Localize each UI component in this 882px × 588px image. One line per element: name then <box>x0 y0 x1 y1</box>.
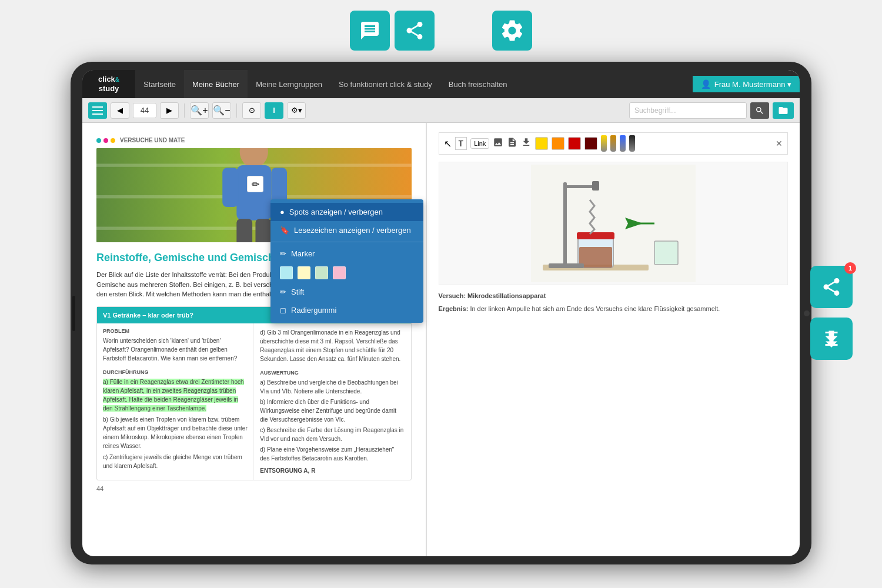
dropdown-lesezeichen[interactable]: 🔖 Lesezeichen anzeigen / verbergen <box>270 221 423 239</box>
chapter-dot-1 <box>96 138 101 143</box>
prev-page-btn[interactable]: ◀ <box>111 102 129 119</box>
link-tool-btn[interactable]: Link <box>470 138 489 149</box>
zoom-out-btn[interactable]: 🔍− <box>212 102 231 119</box>
svg-rect-16 <box>549 263 584 268</box>
dropdown-spots[interactable]: ● Spots anzeigen / verbergen <box>270 203 423 221</box>
radiergummi-label: Radiergummi <box>291 306 336 315</box>
app-logo[interactable]: click& study <box>82 70 135 98</box>
chapter-label: VERSUCHE UND MATE <box>120 137 185 143</box>
pencil-dark-red[interactable] <box>584 137 597 150</box>
result-title: Ergebnis: <box>439 305 469 312</box>
svg-rect-17 <box>563 185 596 188</box>
auswertung-c: c) Beschreibe die Farbe der Lösung im Re… <box>260 426 405 443</box>
chapter-header: VERSUCHE UND MATE <box>96 137 412 143</box>
download-side-btn[interactable] <box>810 318 853 360</box>
radiergummi-icon: ◻ <box>280 306 286 315</box>
spots-label: Spots anzeigen / verbergen <box>289 208 383 216</box>
user-menu[interactable]: 👤 Frau M. Mustermann ▾ <box>693 76 800 92</box>
stift-icon: ✏ <box>280 288 286 296</box>
stift-label: Stift <box>291 288 304 296</box>
result-body: In der linken Ampulle hat sich am Ende d… <box>470 305 720 312</box>
rp-annotation-bar: ↖ T Link <box>439 132 788 155</box>
swatch-yellow[interactable] <box>298 266 310 279</box>
svg-rect-8 <box>236 219 252 242</box>
svg-rect-18 <box>592 181 599 191</box>
navbar-links: Startseite Meine Bücher Meine Lerngruppe… <box>135 70 693 98</box>
experiment-right: d) Gib 3 ml Orangenlimonade in ein Reage… <box>254 323 410 480</box>
pencil-shape-2[interactable] <box>610 135 616 152</box>
pencil-orange[interactable] <box>552 137 564 150</box>
folder-btn[interactable] <box>773 102 794 119</box>
dropdown-marker[interactable]: ✏ Marker <box>270 245 423 263</box>
next-page-btn[interactable]: ▶ <box>160 102 179 119</box>
dropdown-radiergummi[interactable]: ◻ Radiergummi <box>270 301 423 319</box>
experiment-caption: Versuch: Mikrodestillationsapparat <box>439 292 788 299</box>
search-placeholder: Suchbegriff... <box>634 106 676 115</box>
tablet-home-button[interactable] <box>804 310 810 316</box>
svg-rect-5 <box>236 165 271 220</box>
nav-meine-lerngruppen[interactable]: Meine Lerngruppen <box>248 70 330 98</box>
annotation-settings-btn[interactable]: ⚙▾ <box>287 102 306 119</box>
share-side-btn[interactable]: 1 <box>810 266 853 308</box>
pencil-red[interactable] <box>568 137 581 150</box>
copy-btn[interactable]: ⊙ <box>242 102 261 119</box>
auswertung-a: a) Beschreibe und vergleiche die Beobach… <box>260 378 405 396</box>
pencil-yellow[interactable] <box>535 137 548 150</box>
swatch-cyan[interactable] <box>280 266 293 279</box>
tablet-side-button <box>72 296 75 331</box>
tablet-screen: click& study Startseite Meine Bücher Mei… <box>82 70 800 556</box>
result-text: Ergebnis: In der linken Ampulle hat sich… <box>439 304 788 314</box>
search-box[interactable]: Suchbegriff... <box>629 102 747 119</box>
experiment-content: PROBLEM Worin unterscheiden sich 'klaren… <box>97 323 411 480</box>
color-swatches <box>270 263 423 283</box>
spots-icon: ● <box>280 208 285 216</box>
swatch-pink[interactable] <box>333 266 346 279</box>
divider-1 <box>184 103 185 118</box>
cursor-tool-btn[interactable]: ↖ <box>444 138 452 149</box>
swatch-green[interactable] <box>315 266 328 279</box>
highlighted-text: a) Fülle in ein Reagenzglas etwa drei Ze… <box>103 379 244 412</box>
annotation-pencil-btn[interactable]: ✏ <box>247 176 263 192</box>
page-number: 44 <box>96 485 412 492</box>
problem-title: PROBLEM <box>103 328 248 334</box>
pencil-shape-3[interactable] <box>620 135 626 152</box>
step-a: a) Fülle in ein Reagenzglas etwa drei Ze… <box>103 377 248 413</box>
chat-icon-btn[interactable] <box>350 11 390 51</box>
auswertung-d: d) Plane eine Vorgehensweise zum „Heraus… <box>260 445 405 463</box>
download-tool-btn[interactable] <box>521 137 532 150</box>
lesezeichen-icon: 🔖 <box>280 226 289 235</box>
pencil-shape-4[interactable] <box>629 135 635 152</box>
gear-icon-btn[interactable] <box>492 11 532 51</box>
top-icon-bar <box>0 11 882 51</box>
svg-rect-14 <box>577 232 614 239</box>
page-panel-left: ✏ VERSUCHE UND MATE <box>82 123 427 556</box>
lab-setup-svg <box>531 165 696 282</box>
nav-so-funktioniert[interactable]: So funktioniert click & study <box>330 70 440 98</box>
experiment-left: PROBLEM Worin unterscheiden sich 'klaren… <box>97 323 254 480</box>
dropdown-divider <box>270 242 423 242</box>
nav-meine-buecher[interactable]: Meine Bücher <box>184 70 248 98</box>
dropdown-stift[interactable]: ✏ Stift <box>270 283 423 301</box>
chapter-dot-3 <box>111 138 115 143</box>
nav-startseite[interactable]: Startseite <box>135 70 184 98</box>
doc-tool-btn[interactable] <box>507 137 517 150</box>
search-btn[interactable] <box>750 102 769 119</box>
page-number-display: 44 <box>133 103 156 118</box>
pencil-shape-1[interactable] <box>601 135 607 152</box>
entsorgung: ENTSORGUNG A, R <box>260 466 405 475</box>
logo-text: click& study <box>98 75 119 93</box>
text-select-btn[interactable]: I <box>265 102 283 119</box>
zoom-in-btn[interactable]: 🔍+ <box>190 102 209 119</box>
step-c: c) Zentrifugiere jeweils die gleiche Men… <box>103 453 248 470</box>
image-tool-btn[interactable] <box>493 137 503 150</box>
lab-image-container <box>439 162 788 285</box>
hamburger-btn[interactable] <box>88 102 107 119</box>
share-icon-btn[interactable] <box>395 11 435 51</box>
auswertung-title: AUSWERTUNG <box>260 370 405 376</box>
problem-text: Worin unterscheiden sich 'klaren' und 't… <box>103 336 248 363</box>
close-annotation-bar-btn[interactable]: ✕ <box>776 139 783 148</box>
nav-buch-freischalten[interactable]: Buch freischalten <box>440 70 516 98</box>
content-area: ✏ VERSUCHE UND MATE <box>82 123 800 556</box>
text-tool-btn[interactable]: T <box>455 137 467 150</box>
auswertung-b: b) Informiere dich über die Funktions- u… <box>260 397 405 424</box>
